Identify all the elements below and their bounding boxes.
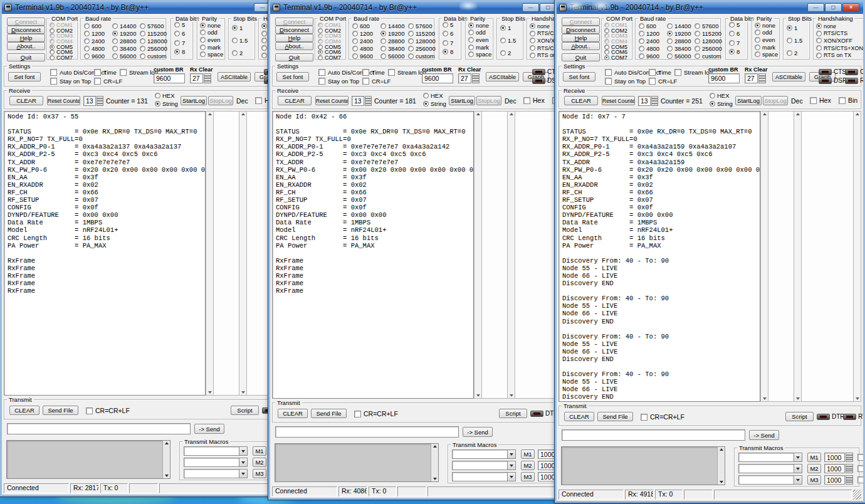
reset-counter-button[interactable]: Reset Counter [602,96,635,105]
handshaking-option[interactable]: RTS/CTS+XON/XOFF [816,45,863,52]
dec-view-scrollbar[interactable] [794,111,802,402]
baud-option[interactable]: custom [140,52,167,60]
baud-option[interactable]: 128000 [695,38,722,45]
parity-option[interactable]: even [468,36,493,43]
com-port-option[interactable]: COM7 [50,55,77,61]
macro3-delay-spinner[interactable]: 1000 [824,475,853,485]
macro3-dropdown[interactable] [184,469,248,478]
scroll-down-icon[interactable] [720,481,723,483]
handshaking-option-selected[interactable]: none [816,23,863,30]
data-bits-option[interactable]: 7 [443,39,461,46]
macro1-repeat-checkbox[interactable] [857,454,863,461]
scroll-up-icon[interactable] [433,445,437,448]
stream-log-checkbox[interactable]: Stream log [674,69,713,76]
custom-br-input[interactable] [708,73,740,83]
baud-option[interactable]: 256000 [408,45,436,52]
data-bits-option[interactable]: 7 [174,39,192,46]
script-button[interactable]: Script [785,412,814,421]
scroll-down-icon[interactable] [433,478,437,480]
baud-option[interactable]: 115200 [695,30,722,38]
stream-log-checkbox[interactable]: Stream log [388,69,426,76]
rx-clear-count-spinner[interactable]: 13 [638,96,658,106]
stop-bits-option[interactable]: 2 [232,50,254,56]
scroll-down-icon[interactable] [165,475,169,477]
scroll-up-icon[interactable] [208,113,212,115]
baud-option-selected[interactable]: 19200 [380,30,404,38]
handshaking-option[interactable]: RTS/CTS [816,30,863,38]
stop-bits-option[interactable]: 1.5 [232,37,254,44]
baud-option[interactable]: 115200 [408,30,436,38]
hex-mode-radio[interactable]: HEX [155,92,178,100]
stop-bits-option-selected[interactable]: 1 [500,24,523,31]
data-bits-option[interactable]: 5 [174,21,192,28]
rx-clear-spinner[interactable]: 27 [190,73,211,83]
string-mode-radio[interactable]: String [155,100,178,108]
macro1-delay-spinner[interactable]: 1000 [824,453,853,462]
parity-option[interactable]: mark [468,44,493,50]
baud-option-selected[interactable]: 19200 [112,30,136,38]
rx-clear-spinner[interactable]: 27 [745,73,766,83]
baud-option[interactable]: 9600 [352,52,373,60]
disconnect-button[interactable]: Disconnect [7,26,45,34]
time-checkbox[interactable]: Time [362,69,385,76]
receive-scrollbar[interactable] [760,111,768,402]
baud-option-selected[interactable]: 19200 [667,30,691,38]
baud-option[interactable]: custom [408,52,436,60]
send-button[interactable]: -> Send [463,427,493,437]
baud-option[interactable]: custom [695,52,722,60]
rx-clear-count-spinner[interactable]: 13 [352,96,372,106]
start-log-button[interactable]: StartLog [735,96,762,105]
macro3-button[interactable]: M3 [807,475,821,485]
rts-indicator[interactable]: RTS [843,413,863,420]
transmit-history[interactable] [6,440,170,479]
send-button[interactable]: -> Send [749,430,779,440]
dec-view-scrollbar[interactable] [239,111,247,396]
macro2-button[interactable]: M2 [521,461,535,470]
baud-option[interactable]: 38400 [112,45,136,52]
start-log-button[interactable]: StartLog [449,96,475,105]
disconnect-button[interactable]: Disconnect [275,26,313,34]
handshaking-option[interactable]: XON/XOFF [816,37,863,45]
scroll-up-icon[interactable] [763,113,767,115]
set-font-button[interactable]: Set font [276,72,309,81]
macro3-dropdown[interactable] [452,472,516,481]
baud-option[interactable]: 1200 [84,30,105,38]
parity-option[interactable]: odd [200,29,224,36]
quit-button[interactable]: Quit [275,53,313,61]
macro2-button[interactable]: M2 [807,464,821,473]
baud-option[interactable]: 57600 [408,23,436,30]
baud-option[interactable]: 4800 [84,45,105,52]
data-bits-option[interactable]: 5 [443,21,461,28]
stream-log-checkbox[interactable]: Stream log [120,69,158,76]
set-font-button[interactable]: Set font [563,72,595,81]
transmit-history[interactable] [561,446,725,485]
baud-option[interactable]: 128000 [140,38,167,45]
macro3-repeat-checkbox[interactable] [857,476,863,483]
parity-option-selected[interactable]: none [755,22,779,28]
quit-button[interactable]: Quit [562,53,600,61]
quit-button[interactable]: Quit [7,53,45,61]
transmit-history[interactable] [275,443,439,482]
baud-option[interactable]: 600 [84,23,105,30]
history-scrollbar[interactable] [717,447,725,485]
data-bits-option-selected[interactable]: 8 [729,49,747,56]
send-input[interactable] [275,426,459,438]
scroll-up-icon[interactable] [856,113,859,115]
parity-option[interactable]: odd [468,29,493,36]
data-bits-option[interactable]: 6 [729,31,747,38]
reset-counter-button[interactable]: Reset Counter [315,96,349,105]
hex-mode-radio[interactable]: HEX [710,92,733,100]
receive-text-area[interactable]: Node Id: 0x37 - 55 STATUS = 0x0e RX_DR=0… [4,111,206,396]
receive-clear-button[interactable]: CLEAR [564,96,598,105]
macro1-dropdown[interactable] [184,446,248,456]
scroll-up-icon[interactable] [476,113,480,115]
com-port-option[interactable]: COM7 [318,55,345,61]
scroll-down-icon[interactable] [763,397,767,400]
macro3-dropdown[interactable] [738,475,802,485]
stay-on-top-checkbox[interactable]: Stay on Top [50,78,91,85]
receive-text-area[interactable]: Node Id: 0x7 - 7 STATUS = 0x0e RX_DR=0 T… [558,111,760,402]
custom-br-input[interactable] [154,73,185,83]
parity-option[interactable]: even [200,36,224,43]
send-file-button[interactable]: Send File [597,412,633,421]
macro2-delay-spinner[interactable]: 1000 [824,464,853,473]
